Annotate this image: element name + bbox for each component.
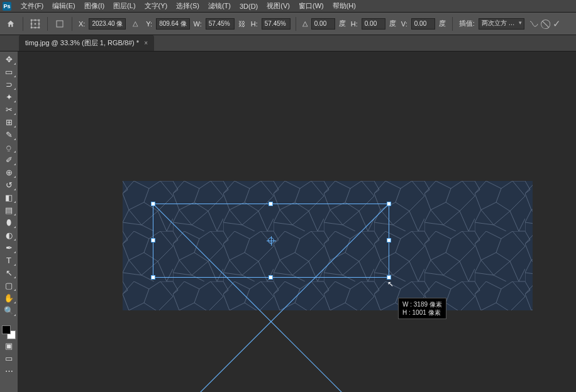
magic-wand-tool[interactable]: ✦ (1, 90, 16, 103)
blur-tool[interactable]: ⬮ (1, 216, 16, 229)
eyedropper-tool[interactable]: ✎ (1, 128, 16, 141)
transform-center-icon[interactable] (268, 237, 274, 244)
relative-position-icon[interactable] (53, 17, 67, 31)
handle-bottom-right[interactable] (387, 275, 391, 280)
cursor-icon: ↖ (387, 280, 394, 288)
w-label: W: (194, 20, 202, 28)
menu-filter[interactable]: 滤镜(T) (204, 1, 235, 11)
move-tool[interactable]: ✥ (1, 53, 16, 65)
pen-tool[interactable]: ✒ (1, 241, 16, 254)
tab-bar: timg.jpg @ 33.3% (图层 1, RGB/8#) * × (0, 35, 576, 52)
frame-tool[interactable]: ⊞ (1, 116, 16, 128)
menu-help[interactable]: 帮助(H) (328, 1, 360, 11)
skew-h-unit: 度 (389, 19, 396, 28)
svg-point-4 (31, 23, 32, 24)
marquee-tool[interactable]: ▭ (1, 65, 16, 78)
handle-bottom-middle[interactable] (269, 275, 273, 280)
tooltip-h-value: 1001 像素 (413, 309, 441, 316)
divider (23, 17, 23, 31)
interp-select[interactable]: 两次立方 … (479, 18, 524, 30)
divider (452, 17, 453, 31)
path-select-tool[interactable]: ↖ (1, 266, 16, 279)
reference-point-icon[interactable] (28, 17, 42, 31)
type-tool[interactable]: T (1, 254, 16, 266)
tooltip-h-label: H : (402, 309, 411, 316)
skew-h-label: H: (351, 20, 358, 28)
handle-middle-right[interactable] (387, 238, 391, 242)
lasso-tool[interactable]: ⊃ (1, 78, 16, 90)
app-icon: Ps (3, 2, 11, 11)
x-label: X: (79, 20, 85, 28)
skew-v-unit: 度 (439, 19, 446, 28)
handle-top-right[interactable] (387, 202, 391, 206)
workspace: ↖ W : 3189 像素 H : 1001 像素 (18, 52, 576, 392)
handle-bottom-left[interactable] (151, 275, 155, 280)
healing-brush-tool[interactable]: ⍜ (1, 141, 16, 153)
menu-bar: Ps 文件(F) 编辑(E) 图像(I) 图层(L) 文字(Y) 选择(S) 滤… (0, 0, 576, 13)
rotation-field[interactable]: 0.00 (311, 18, 335, 30)
color-swatches[interactable] (2, 325, 16, 339)
foreground-color-swatch[interactable] (2, 325, 11, 334)
tool-strip: ✥▭⊃✦✂⊞✎⍜✐⊕↺◧▤⬮◐✒T↖▢✋🔍▣▭⋯ (0, 52, 18, 392)
menu-select[interactable]: 选择(S) (172, 1, 204, 11)
options-bar: X: 2023.40 像 △ Y: 809.64 像 W: 57.45% ⛓ H… (0, 13, 576, 35)
handle-top-left[interactable] (151, 202, 155, 206)
dodge-tool[interactable]: ◐ (1, 229, 16, 241)
document-tab-title: timg.jpg @ 33.3% (图层 1, RGB/8#) * (25, 38, 139, 48)
skew-v-field[interactable]: 0.00 (411, 18, 435, 30)
divider (72, 17, 72, 31)
h-field[interactable]: 57.45% (262, 18, 291, 30)
menu-3d[interactable]: 3D(D) (235, 3, 262, 10)
menu-image[interactable]: 图像(I) (80, 1, 109, 11)
home-icon[interactable] (4, 17, 18, 31)
handle-middle-left[interactable] (151, 238, 155, 242)
crop-tool[interactable]: ✂ (1, 103, 16, 116)
y-label: Y: (146, 20, 152, 28)
svg-point-2 (35, 19, 36, 21)
extra-icon[interactable]: ⋯ (1, 364, 16, 377)
menu-type[interactable]: 文字(Y) (140, 1, 172, 11)
menu-layer[interactable]: 图层(L) (109, 1, 140, 11)
brush-tool[interactable]: ✐ (1, 153, 16, 166)
handle-top-middle[interactable] (269, 202, 273, 206)
svg-point-3 (38, 19, 40, 21)
dimension-tooltip: W : 3189 像素 H : 1001 像素 (398, 298, 446, 319)
svg-point-1 (31, 19, 32, 21)
commit-transform-icon[interactable]: ✓ (553, 18, 561, 30)
skew-v-label: V: (401, 20, 407, 28)
svg-point-6 (38, 23, 40, 24)
w-field[interactable]: 57.45% (206, 18, 235, 30)
interp-label: 插值: (459, 19, 475, 28)
shape-tool[interactable]: ▢ (1, 279, 16, 291)
history-brush-tool[interactable]: ↺ (1, 178, 16, 191)
gradient-tool[interactable]: ▤ (1, 204, 16, 216)
quick-mask-icon[interactable]: ▣ (1, 339, 16, 352)
svg-rect-10 (57, 21, 63, 27)
hand-tool[interactable]: ✋ (1, 291, 16, 304)
menu-view[interactable]: 视图(V) (262, 1, 294, 11)
clone-stamp-tool[interactable]: ⊕ (1, 166, 16, 178)
y-field[interactable]: 809.64 像 (156, 18, 189, 30)
divider (296, 17, 296, 31)
svg-point-5 (35, 23, 36, 24)
aspect-link-icon[interactable]: ⛓ (237, 19, 247, 29)
rotation-unit: 度 (339, 19, 346, 28)
document-tab[interactable]: timg.jpg @ 33.3% (图层 1, RGB/8#) * × (19, 35, 154, 51)
divider (47, 17, 48, 31)
svg-point-7 (31, 27, 32, 28)
menu-window[interactable]: 窗口(W) (294, 1, 328, 11)
tooltip-w-label: W : (402, 301, 412, 308)
svg-point-8 (35, 27, 36, 28)
transform-bounding-box[interactable]: ↖ (153, 204, 389, 278)
menu-edit[interactable]: 编辑(E) (48, 1, 80, 11)
screen-mode-icon[interactable]: ▭ (1, 352, 16, 364)
warp-icon[interactable] (527, 17, 541, 31)
close-icon[interactable]: × (144, 40, 148, 46)
tooltip-w-value: 3189 像素 (414, 301, 442, 308)
skew-h-field[interactable]: 0.00 (362, 18, 385, 30)
menu-file[interactable]: 文件(F) (16, 1, 48, 11)
zoom-tool[interactable]: 🔍 (1, 304, 16, 317)
x-field[interactable]: 2023.40 像 (89, 18, 126, 30)
eraser-tool[interactable]: ◧ (1, 191, 16, 204)
rotation-label: △ (302, 19, 307, 28)
